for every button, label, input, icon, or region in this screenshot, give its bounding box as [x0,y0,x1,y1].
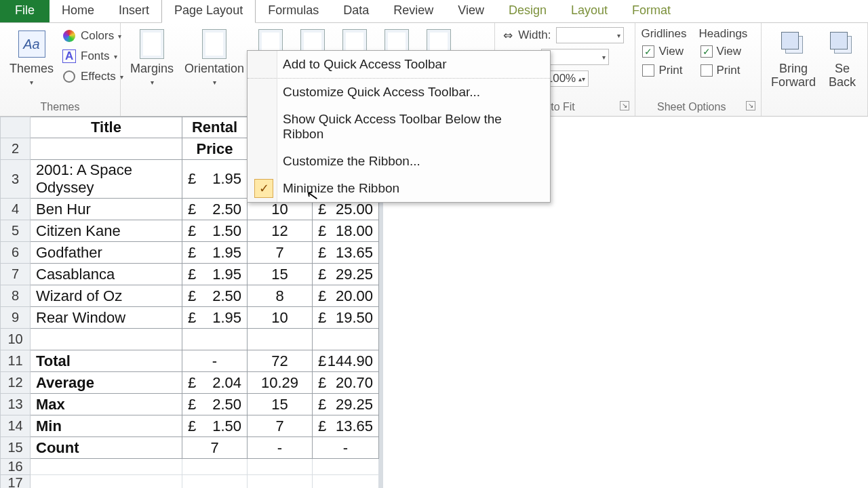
row-header[interactable]: 17 [1,475,31,489]
row-header[interactable]: 12 [1,372,31,394]
effects-icon [63,70,75,83]
orientation-button[interactable]: Orientation▾ [180,26,248,89]
tab-review[interactable]: Review [381,0,446,22]
tab-view[interactable]: View [446,0,496,22]
width-select[interactable]: ▾ [556,27,624,43]
group-themes: Themes ▾ Colors▾ AFonts▾ Effects▾ Themes [0,23,121,116]
row-header[interactable]: 11 [1,350,31,372]
check-icon: ✓ [254,179,273,198]
table-row: 6Godfather£1.957£13.65 [1,242,383,264]
orientation-icon [202,29,226,59]
row-header[interactable] [1,117,31,138]
gridlines-print-check[interactable]: Print [641,62,686,79]
row-header[interactable]: 5 [1,220,31,242]
themes-button[interactable]: Themes ▾ [5,26,58,89]
row-header[interactable]: 2 [1,138,31,160]
colors-button[interactable]: Colors▾ [60,27,125,45]
tab-data[interactable]: Data [331,0,381,22]
tab-formulas[interactable]: Formulas [256,0,331,22]
group-label-themes: Themes [5,100,115,115]
table-row: 15Count7-- [1,437,383,459]
width-label: Width: [518,28,551,42]
row-header[interactable]: 3 [1,160,31,199]
ctx-show-below[interactable]: Show Quick Access Toolbar Below the Ribb… [248,106,550,148]
bring-forward-button[interactable]: Bring Forward [767,26,820,92]
table-row: 8Wizard of Oz£2.508£20.00 [1,285,383,307]
margins-button[interactable]: Margins▾ [126,26,178,89]
fonts-icon: A [62,49,76,63]
send-backward-button[interactable]: Se Back [823,26,862,92]
row-header[interactable]: 14 [1,415,31,437]
tab-format[interactable]: Format [620,0,683,22]
group-arrange: Bring Forward Se Back [762,23,868,116]
row-header[interactable]: 6 [1,242,31,264]
table-row: 12Average£2.0410.29£20.70 [1,372,383,394]
chevron-down-icon: ▾ [30,79,33,86]
scale-launcher[interactable]: ↘ [620,101,629,110]
ctx-customize-qat[interactable]: Customize Quick Access Toolbar... [248,79,550,106]
themes-icon [18,30,45,58]
headings-print-check[interactable]: Print [699,62,748,79]
tab-file[interactable]: File [0,0,50,22]
row-header[interactable]: 13 [1,394,31,415]
ruler-icon: ⇔ [503,28,513,43]
row-header[interactable]: 9 [1,307,31,329]
effects-button[interactable]: Effects▾ [60,68,125,85]
row-header[interactable]: 15 [1,437,31,459]
tab-page-layout[interactable]: Page Layout [161,0,256,23]
fonts-button[interactable]: AFonts▾ [60,47,125,65]
tab-insert[interactable]: Insert [106,0,161,22]
headings-label: Headings [699,27,748,41]
sheet-options-launcher[interactable]: ↘ [746,101,755,110]
row-header[interactable]: 4 [1,199,31,220]
table-row: 5Citizen Kane£1.5012£18.00 [1,220,383,242]
ctx-customize-ribbon[interactable]: Customize the Ribbon... [248,148,550,175]
group-sheet-options: Gridlines ✓View Print Headings ✓View Pri… [635,23,762,116]
ctx-add-qat[interactable]: Add to Quick Access Toolbar [248,51,550,79]
ribbon-context-menu: Add to Quick Access Toolbar Customize Qu… [247,50,551,203]
colors-icon [63,30,75,42]
headings-view-check[interactable]: ✓View [699,43,748,60]
send-backward-icon [830,32,854,56]
bring-forward-icon [781,32,806,56]
row-header[interactable]: 7 [1,264,31,285]
table-row: 14Min£1.507£13.65 [1,415,383,437]
tab-home[interactable]: Home [50,0,106,22]
gridlines-view-check[interactable]: ✓View [641,43,686,60]
tab-layout[interactable]: Layout [559,0,620,22]
ctx-minimize-ribbon[interactable]: ✓ Minimize the Ribbon [248,175,550,202]
tab-design[interactable]: Design [496,0,559,22]
ribbon-tabstrip: File Home Insert Page Layout Formulas Da… [0,0,868,23]
table-row: 11Total-72£144.90 [1,350,383,372]
table-row: 9Rear Window£1.9510£19.50 [1,307,383,329]
table-row: 13Max£2.5015£29.25 [1,394,383,415]
row-header[interactable]: 10 [1,329,31,350]
margins-icon [140,29,164,59]
height-select[interactable]: ▾ [541,49,609,65]
gridlines-label: Gridlines [641,27,686,41]
group-label-sheet-options: Sheet Options [657,101,726,113]
row-header[interactable]: 16 [1,459,31,475]
row-header[interactable]: 8 [1,285,31,307]
table-row: 7Casablanca£1.9515£29.25 [1,264,383,285]
